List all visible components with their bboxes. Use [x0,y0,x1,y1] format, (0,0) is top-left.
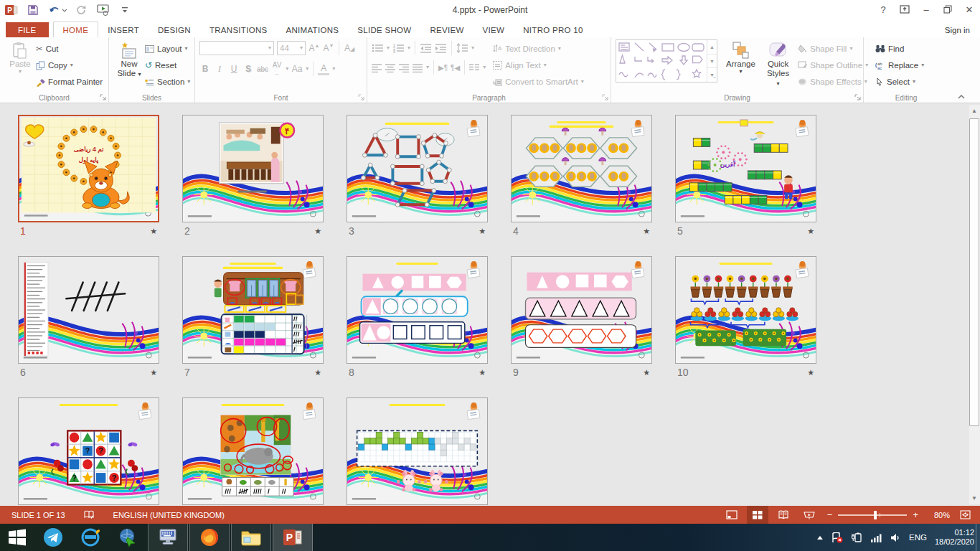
slide-show-button[interactable] [798,506,820,524]
character-spacing-button[interactable]: AV↔ [271,61,283,77]
text-direction-button[interactable]: A Text Direction▾ [493,41,584,57]
show-hidden-icons-button[interactable] [816,535,824,540]
line-spacing-button[interactable] [456,43,468,53]
justify-button[interactable] [413,63,423,72]
action-center-icon[interactable] [831,532,843,543]
change-case-button[interactable]: Aa [291,64,303,74]
clock[interactable]: 01:12 18/02/2020 [935,528,974,547]
font-size-combo[interactable]: 44▾ [277,41,306,55]
tab-insert[interactable]: INSERT [98,22,149,37]
decrease-font-size-button[interactable]: A▼ [323,43,334,53]
font-color-button[interactable]: A [318,63,329,75]
internet-explorer-icon[interactable] [72,524,109,551]
align-text-button[interactable]: Align Text▾ [493,57,584,73]
slide-thumbnail[interactable] [511,256,652,364]
slide-thumbnail[interactable] [18,256,159,364]
shape-fill-button[interactable]: Shape Fill▾ [798,41,868,57]
powerpoint-taskbar-icon[interactable]: P [273,524,313,551]
layout-button[interactable]: Layout▾ [145,41,190,57]
increase-font-size-button[interactable]: A▲ [308,43,320,53]
power-battery-icon[interactable] [851,532,862,542]
clear-formatting-button[interactable]: A◢ [344,43,355,53]
clipboard-dialog-launcher[interactable] [100,94,107,101]
paragraph-dialog-launcher[interactable] [602,94,609,101]
slide-thumbnail[interactable]: ۴ [182,115,324,222]
shapes-gallery[interactable]: ▲ ▼ ▼̲ [616,39,717,83]
tab-file[interactable]: FILE [6,22,49,37]
numbering-button[interactable]: 123 [392,43,405,53]
slide-thumbnail[interactable] [675,256,816,364]
network-signal-icon[interactable] [870,533,882,542]
tab-review[interactable]: REVIEW [420,22,473,37]
scrollbar-thumb[interactable] [969,118,979,426]
tab-home[interactable]: HOME [53,22,99,37]
find-button[interactable]: Find [875,41,946,57]
reset-button[interactable]: ↺Reset [145,57,190,73]
on-screen-keyboard-button[interactable] [148,524,188,551]
bold-button[interactable]: B [199,64,211,74]
left-to-right-button[interactable]: ▶¶ [438,64,448,72]
quick-styles-button[interactable]: Quick Styles ▾ [764,39,792,89]
slide-thumbnail[interactable]: ???? [18,397,159,505]
align-left-button[interactable] [372,63,382,72]
new-slide-button[interactable]: New Slide ▾ [113,39,145,90]
tab-nitro-pro[interactable]: NITRO PRO 10 [514,22,592,37]
help-button[interactable]: ? [872,0,894,19]
tab-animations[interactable]: ANIMATIONS [277,22,349,37]
firefox-icon[interactable] [189,524,230,551]
zoom-slider[interactable] [838,514,907,516]
columns-button[interactable] [469,63,480,72]
format-painter-button[interactable]: Format Painter [36,74,103,90]
zoom-slider-thumb[interactable] [874,511,877,519]
drawing-dialog-launcher[interactable] [854,94,862,101]
file-explorer-icon[interactable] [231,524,271,551]
volume-icon[interactable] [890,533,901,542]
idm-icon[interactable] [109,524,146,551]
shape-effects-button[interactable]: Shape Effects▾ [798,74,868,90]
cut-button[interactable]: ✂Cut [36,41,103,57]
telegram-icon[interactable] [34,524,72,551]
reading-view-button[interactable] [773,506,794,524]
strikethrough-button[interactable]: abc [257,65,268,73]
right-to-left-button[interactable]: ¶◀ [451,64,460,72]
language-indicator[interactable]: ENGLISH (UNITED KINGDOM) [113,511,225,519]
vertical-scrollbar[interactable]: ▲ ▼ [968,105,980,504]
ribbon-display-options-button[interactable] [894,0,915,19]
sign-in-link[interactable]: Sign in [945,26,970,34]
slide-sorter-view-button[interactable] [747,506,768,524]
slide-thumbnail[interactable] [511,115,652,222]
tab-view[interactable]: VIEW [473,22,514,37]
language-tray-indicator[interactable]: ENG [909,533,927,542]
copy-button[interactable]: Copy▾ [36,57,103,73]
slide-thumbnail[interactable] [347,397,488,505]
replace-button[interactable]: abac Replace▾ [875,57,946,73]
select-button[interactable]: Select▾ [875,74,946,90]
restore-button[interactable] [937,0,958,19]
section-button[interactable]: Section▾ [145,74,190,90]
shape-outline-button[interactable]: Shape Outline▾ [798,57,868,73]
font-name-combo[interactable]: ▾ [199,41,274,55]
show-desktop-button[interactable] [976,524,980,551]
increase-indent-button[interactable] [435,43,447,53]
italic-button[interactable]: I [214,64,225,75]
align-center-button[interactable] [385,63,396,72]
font-dialog-launcher[interactable] [358,94,365,101]
bullets-button[interactable] [372,43,384,53]
slide-thumbnail[interactable] [347,115,488,222]
shapes-gallery-more[interactable]: ▼̲ [707,67,717,82]
align-right-button[interactable] [399,63,410,72]
text-shadow-button[interactable]: S [242,64,254,74]
decrease-indent-button[interactable] [420,43,432,53]
start-button[interactable] [0,524,34,551]
slide-thumbnail[interactable] [182,397,324,505]
shapes-scroll-up[interactable]: ▲ [707,40,717,54]
paste-button[interactable]: Paste▾ [4,39,36,90]
convert-to-smartart-button[interactable]: Convert to SmartArt▾ [493,74,584,90]
tab-design[interactable]: DESIGN [149,22,200,37]
slide-thumbnail[interactable] [347,256,488,364]
slide-thumbnail[interactable]: تم 4 ریاضی پایه اول [18,115,159,222]
slide-thumbnail[interactable]: آفرین [675,115,816,222]
zoom-out-button[interactable]: − [827,509,833,520]
slide-thumbnail[interactable] [182,256,324,364]
collapse-ribbon-button[interactable] [957,94,966,100]
